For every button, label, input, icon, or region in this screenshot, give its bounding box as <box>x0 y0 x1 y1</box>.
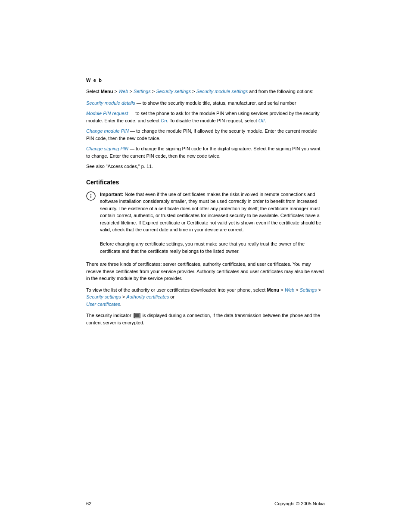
to-view-web-link[interactable]: Web <box>285 287 294 292</box>
arrow1: > <box>113 89 118 94</box>
to-view-menu: Menu <box>267 287 279 292</box>
list-item-3: Change module PIN — to change the module… <box>86 128 325 142</box>
to-view-settings-link[interactable]: Settings <box>300 287 317 292</box>
important-body: Note that even if the use of certificate… <box>100 192 321 233</box>
security-indicator-prefix: The security indicator <box>86 313 133 318</box>
page-number: 62 <box>86 501 91 506</box>
svg-point-1 <box>90 193 91 194</box>
page-footer: 62 Copyright © 2005 Nokia <box>0 501 411 506</box>
to-view-arrow1: > <box>279 287 285 292</box>
off-link[interactable]: Off <box>258 118 265 123</box>
copyright: Copyright © 2005 Nokia <box>274 501 325 506</box>
select-text: Select <box>86 89 101 94</box>
intro-after: and from the following options: <box>248 89 313 94</box>
arrow4: > <box>191 89 196 94</box>
security-settings-link[interactable]: Security settings <box>156 89 191 94</box>
important-block: Important: Note that even if the use of … <box>86 191 325 255</box>
change-signing-pin-link[interactable]: Change signing PIN <box>86 146 128 151</box>
to-view-arrow3: > <box>317 287 321 292</box>
intro-paragraph: Select Menu > Web > Settings > Security … <box>86 88 325 95</box>
important-text-content: Important: Note that even if the use of … <box>100 191 325 255</box>
settings-link[interactable]: Settings <box>134 89 151 94</box>
arrow3: > <box>151 89 156 94</box>
to-view-arrow2: > <box>294 287 300 292</box>
menu-bold: Menu <box>101 89 113 94</box>
to-view-para: To view the list of the authority or use… <box>86 286 325 308</box>
list-item-4: Change signing PIN — to change the signi… <box>86 145 325 159</box>
change-module-pin-link[interactable]: Change module PIN <box>86 128 129 134</box>
certificates-section: Certificates Important: Note that even i… <box>86 179 325 327</box>
three-kinds-para: There are three kinds of certificates: s… <box>86 261 325 282</box>
page-content: W e b Select Menu > Web > Settings > Sec… <box>0 0 411 532</box>
list-item-1: Security module details — to show the se… <box>86 100 325 107</box>
security-icon <box>134 313 140 318</box>
arrow2: > <box>128 89 134 94</box>
to-view-or: or <box>169 294 174 299</box>
web-link[interactable]: Web <box>118 89 128 94</box>
security-module-details-link[interactable]: Security module details <box>86 100 135 106</box>
authority-certificates-link[interactable]: Authority certificates <box>126 294 169 299</box>
section-header: W e b <box>86 78 325 83</box>
module-pin-request-link[interactable]: Module PIN request <box>86 111 128 116</box>
user-certificates-link[interactable]: User certificates <box>86 302 120 307</box>
to-view-prefix: To view the list of the authority or use… <box>86 287 267 292</box>
to-view-period: . <box>120 302 121 307</box>
important-label: Important: <box>100 192 123 197</box>
see-also: See also "Access codes," p. 11. <box>86 163 325 170</box>
list-item-2: Module PIN request — to set the phone to… <box>86 110 325 124</box>
before-changing-text: Before changing any certificate settings… <box>100 241 305 254</box>
item2-off-after: . <box>265 118 266 123</box>
to-view-security-link[interactable]: Security settings <box>86 294 121 299</box>
on-link[interactable]: On <box>161 118 167 123</box>
important-icon <box>86 191 96 201</box>
security-module-settings-link[interactable]: Security module settings <box>196 89 248 94</box>
to-view-arrow4: > <box>121 294 127 299</box>
certificates-heading: Certificates <box>86 179 325 186</box>
item1-desc: — to show the security module title, sta… <box>135 100 296 106</box>
security-indicator-para: The security indicator is displayed duri… <box>86 312 325 326</box>
item2-on-after: . To disable the module PIN request, sel… <box>167 118 258 123</box>
